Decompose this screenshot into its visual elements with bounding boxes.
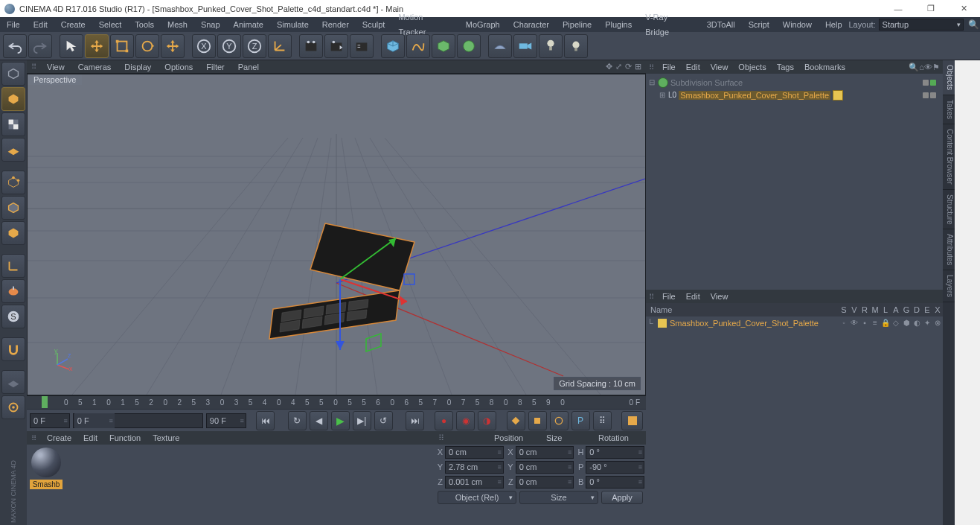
key-pla-button[interactable]: ⠿ [593,411,612,430]
obj-search-icon[interactable]: 🔍 [909,63,919,72]
y-axis-lock[interactable]: Y [217,34,241,58]
layercol-a[interactable]: A [891,305,901,314]
layer-color-swatch[interactable] [658,319,667,328]
autokey-button[interactable]: ◉ [456,411,475,430]
vpmenu-cameras[interactable]: Cameras [72,63,118,71]
texture-mode-button[interactable] [1,112,25,136]
coord-pos-z[interactable]: 0.001 cm [445,476,504,489]
vpmenu-view[interactable]: View [41,63,71,71]
key-param-button[interactable]: P [571,411,590,430]
objmenu-bookmarks[interactable]: Bookmarks [799,63,851,71]
range-start-field[interactable]: 0 F [30,413,70,428]
play-button[interactable]: ▶ [331,411,350,430]
undo-button[interactable] [3,34,27,58]
coord-pos-x[interactable]: 0 cm [445,446,504,459]
key-scale-button[interactable] [528,411,547,430]
vpmenu-display[interactable]: Display [118,63,157,71]
righttab-contentbrowser[interactable]: Content Browser [943,124,955,189]
righttab-attributes[interactable]: Attributes [943,229,955,270]
vp-move-icon[interactable]: ✥ [606,62,612,71]
layer-render-icon[interactable]: ▪ [859,319,870,327]
next-key-button[interactable]: ↺ [374,411,393,430]
add-light-button[interactable] [539,34,563,58]
apply-button[interactable]: Apply [601,491,643,504]
layer-swatch-icon[interactable] [833,90,843,101]
objmenu-file[interactable]: File [657,63,681,71]
righttab-objects[interactable]: Objects [943,60,955,95]
layer-manager-icon[interactable]: ≡ [870,319,880,327]
add-light2-button[interactable] [564,34,588,58]
vp-zoom-icon[interactable]: ⤢ [615,62,622,71]
rotate-tool[interactable] [135,34,159,58]
render-picture-button[interactable] [324,34,348,58]
attrmenu-file[interactable]: File [657,292,681,301]
vpmenu-options[interactable]: Options [158,63,199,71]
material-thumbnail[interactable]: Smashb [30,448,63,494]
obj-home-icon[interactable]: ⌂ [919,63,924,71]
workplane-button[interactable] [1,138,25,162]
vpmenu-panel[interactable]: Panel [232,63,265,71]
scale-tool[interactable] [110,34,134,58]
layercol-d[interactable]: D [912,305,922,314]
layercol-r[interactable]: R [859,305,870,314]
current-frame-field[interactable]: 0 F [74,413,115,428]
layer-xref-icon[interactable]: ⊗ [932,319,943,327]
render-settings-button[interactable] [350,34,374,58]
coord-size-x[interactable]: 0 cm [516,446,574,459]
key-pos-button[interactable] [507,411,525,430]
matmenu-create[interactable]: Create [41,433,77,442]
keyselect-button[interactable]: ◑ [478,411,496,430]
layercol-g[interactable]: G [901,305,912,314]
coord-size-dropdown[interactable]: Size [519,491,598,504]
move-tool[interactable] [85,34,109,58]
layer-anim-icon[interactable]: ◇ [891,319,901,327]
add-environment-button[interactable] [488,34,512,58]
menu-help[interactable]: Help [819,17,849,32]
coord-size-y[interactable]: 0 cm [516,461,574,474]
coord-mode-dropdown[interactable]: Object (Rel) [438,491,516,504]
search-icon[interactable]: 🔍 [967,18,980,31]
timeline-options-button[interactable] [621,411,643,430]
points-mode-button[interactable] [1,171,25,194]
objmenu-objects[interactable]: Objects [733,63,771,71]
matmenu-texture[interactable]: Texture [147,433,185,442]
magnet-button[interactable] [1,337,25,361]
menu-pipeline[interactable]: Pipeline [556,17,598,32]
objmenu-view[interactable]: View [705,63,734,71]
coord-rot-h[interactable]: 0 ° [586,446,644,459]
attribute-manager[interactable] [646,329,943,525]
layercol-v[interactable]: V [849,305,859,314]
layer-expr-icon[interactable]: ✦ [922,319,932,327]
material-manager[interactable]: Smashb [27,445,435,497]
coord-rot-p[interactable]: -90 ° [586,461,644,474]
range-end-field[interactable]: 90 F [206,413,246,428]
menu-tools[interactable]: Tools [128,17,161,32]
vpmenu-filter[interactable]: Filter [200,63,230,71]
layer-lock-icon[interactable]: 🔒 [880,319,891,327]
minimize-button[interactable]: ― [882,0,915,17]
vp-layout-icon[interactable]: ⊞ [635,62,641,71]
last-tool[interactable] [161,34,185,58]
righttab-takes[interactable]: Takes [943,95,955,124]
layer-gen-icon[interactable]: ⬢ [901,319,912,327]
redo-button[interactable] [28,34,52,58]
maximize-button[interactable]: ❐ [915,0,947,17]
menu-window[interactable]: Window [776,17,819,32]
prev-frame-button[interactable]: ◀ [310,411,328,430]
snap-toggle-button[interactable]: S [1,305,25,328]
matmenu-function[interactable]: Function [103,433,147,442]
tweak-button[interactable] [1,395,25,419]
prev-key-button[interactable]: ↻ [288,411,307,430]
range-slider[interactable]: 0 F [73,413,203,428]
menu-mesh[interactable]: Mesh [161,17,194,32]
close-button[interactable]: ✕ [947,0,980,17]
add-camera-button[interactable] [513,34,537,58]
menu-vraybridge[interactable]: V-Ray Bridge [638,10,700,39]
menu-edit[interactable]: Edit [27,17,54,32]
key-rot-button[interactable] [550,411,569,430]
attrmenu-edit[interactable]: Edit [681,292,705,301]
menu-create[interactable]: Create [54,17,92,32]
record-button[interactable]: ● [435,411,453,430]
menu-character[interactable]: Character [507,17,556,32]
coord-size-z[interactable]: 0 cm [516,476,574,489]
